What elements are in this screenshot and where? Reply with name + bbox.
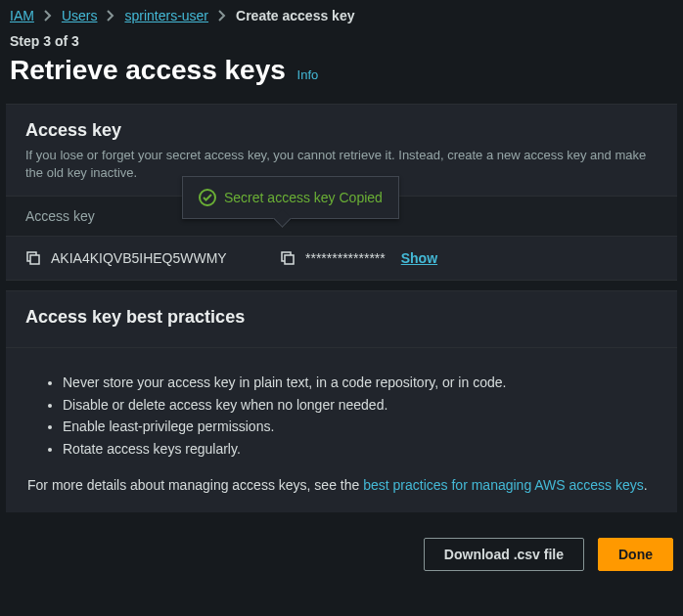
step-indicator: Step 3 of 3 [0, 29, 683, 55]
svg-rect-3 [285, 255, 294, 264]
best-practices-title: Access key best practices [25, 307, 658, 328]
copy-icon[interactable] [280, 250, 296, 266]
best-practices-link[interactable]: best practices for managing AWS access k… [363, 477, 644, 493]
svg-rect-1 [30, 255, 39, 264]
breadcrumb-current: Create access key [236, 8, 354, 23]
footer-actions: Download .csv file Done [0, 522, 683, 587]
show-secret-link[interactable]: Show [401, 250, 437, 266]
breadcrumb: IAM Users sprinters-user Create access k… [0, 0, 683, 29]
tooltip-text: Secret access key Copied [224, 190, 383, 205]
best-practices-card: Access key best practices Never store yo… [6, 290, 677, 512]
table-row: AKIA4KIQVB5IHEQ5WWMY *************** Sho… [6, 237, 677, 281]
check-circle-icon [199, 189, 216, 206]
access-key-title: Access key [25, 120, 658, 141]
best-practices-list: Never store your access key in plain tex… [63, 372, 656, 460]
list-item: Enable least-privilege permissions. [63, 416, 656, 437]
chevron-right-icon [218, 10, 226, 22]
chevron-right-icon [107, 10, 114, 22]
list-item: Never store your access key in plain tex… [63, 372, 656, 393]
best-practices-more: For more details about managing access k… [27, 477, 656, 493]
breadcrumb-users[interactable]: Users [62, 8, 98, 23]
breadcrumb-user-detail[interactable]: sprinters-user [124, 8, 208, 23]
copy-icon[interactable] [25, 250, 41, 266]
download-csv-button[interactable]: Download .csv file [424, 538, 584, 571]
list-item: Disable or delete access key when no lon… [63, 394, 656, 416]
breadcrumb-iam[interactable]: IAM [10, 8, 34, 23]
access-key-card: Access key If you lose or forget your se… [6, 104, 677, 281]
page-title: Retrieve access keys Info [0, 55, 683, 94]
secret-key-masked: *************** [305, 250, 386, 266]
best-practices-body: Never store your access key in plain tex… [6, 347, 677, 512]
card-header: Access key best practices [6, 291, 677, 347]
access-key-value: AKIA4KIQVB5IHEQ5WWMY [51, 250, 227, 266]
done-button[interactable]: Done [598, 538, 673, 571]
list-item: Rotate access keys regularly. [63, 438, 656, 460]
chevron-right-icon [44, 10, 52, 22]
info-link[interactable]: Info [297, 67, 319, 82]
copied-tooltip: Secret access key Copied [182, 176, 399, 219]
